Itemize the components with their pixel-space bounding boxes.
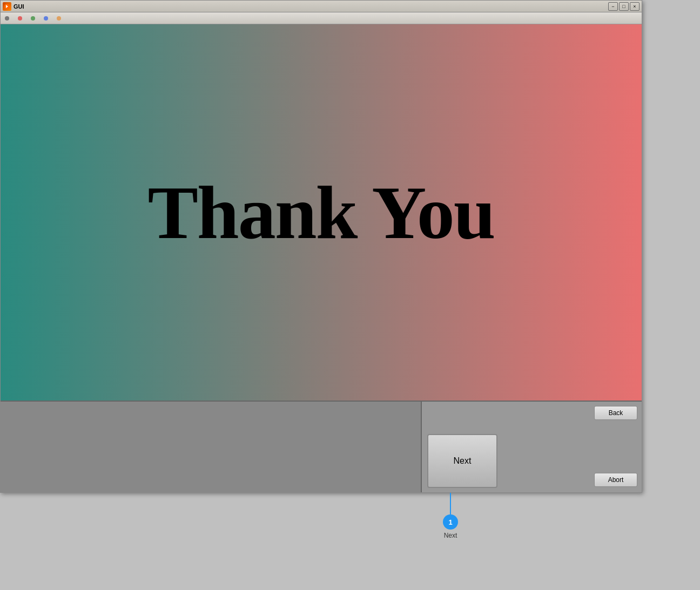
- back-button[interactable]: Back: [594, 406, 637, 420]
- toolbar-dot-3: [31, 16, 35, 21]
- toolbar-dot-4: [44, 16, 48, 21]
- toolbar-item-5[interactable]: [55, 16, 63, 21]
- minimize-button[interactable]: −: [608, 2, 618, 11]
- title-bar-left: GUI: [3, 2, 24, 11]
- bottom-right-panel: Back Next Abort: [422, 402, 642, 492]
- close-button[interactable]: ×: [630, 2, 640, 11]
- abort-button[interactable]: Abort: [594, 473, 637, 487]
- toolbar-item-3[interactable]: [29, 16, 37, 21]
- main-window: GUI − □ × Thank You Back N: [0, 0, 642, 493]
- main-content-area: Thank You: [1, 24, 642, 401]
- next-big-button[interactable]: Next: [427, 434, 497, 488]
- window-controls: − □ ×: [608, 2, 640, 11]
- toolbar-item-2[interactable]: [16, 16, 24, 21]
- annotation-line: [450, 493, 451, 514]
- maximize-button[interactable]: □: [619, 2, 629, 11]
- toolbar-dot-2: [18, 16, 22, 21]
- window-title: GUI: [14, 3, 24, 10]
- bottom-panel: Back Next Abort: [1, 401, 642, 492]
- annotation-badge: 1: [443, 514, 458, 530]
- toolbar: [1, 12, 642, 24]
- annotation-label: Next: [444, 532, 457, 539]
- toolbar-item-4[interactable]: [42, 16, 50, 21]
- app-icon: [3, 2, 11, 11]
- bottom-left-panel: [1, 402, 422, 492]
- thank-you-heading: Thank You: [147, 169, 494, 256]
- annotation-area: 1 Next: [443, 493, 458, 539]
- toolbar-dot-1: [5, 16, 9, 21]
- title-bar: GUI − □ ×: [1, 1, 642, 12]
- toolbar-dot-5: [57, 16, 61, 21]
- toolbar-item-1[interactable]: [3, 16, 11, 21]
